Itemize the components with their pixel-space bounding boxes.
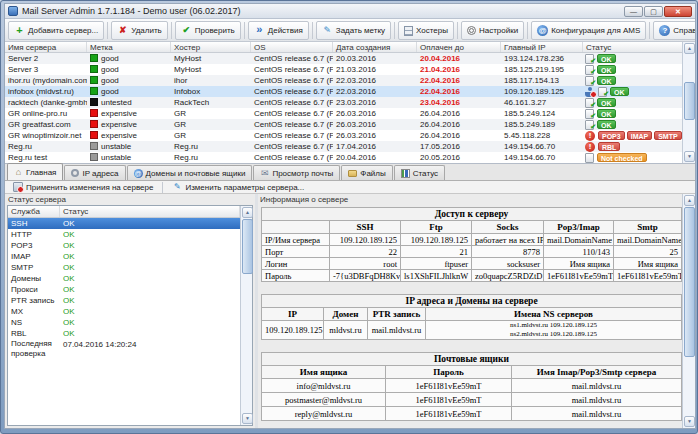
scroll-up-icon[interactable]: ▲ [684,43,695,54]
access-value: 21 [401,246,472,258]
access-table-column-header: Socks [472,221,544,234]
server-row[interactable]: GR winoptimizoir.netexpensiveGRCentOS re… [5,130,695,141]
info-panel-scrollbar[interactable]: ▲ ▼ [682,194,695,428]
service-column-header-1[interactable]: Статус [60,206,240,217]
error-icon [585,142,595,152]
mailboxes-column-header: Имя Imap/Pop3/Smtp сервера [512,366,682,379]
cell-mark: untested [87,97,171,108]
server-row[interactable]: Server 2goodMyHostCentOS release 6.7 (Fi… [5,53,695,64]
service-row[interactable]: SMTPOK [8,262,252,273]
server-row[interactable]: GR greatfast.comexpensiveGRCentOS releas… [5,119,695,130]
status-badge: OK [597,65,616,74]
server-row[interactable]: GR online-pro.ruexpensiveGRCentOS releas… [5,108,695,119]
window-title: Mail Server Admin 1.7.1.184 - Demo user … [22,4,624,18]
service-column-header-0[interactable]: Служба [8,206,60,217]
service-name: HTTP [8,229,60,240]
toolbar-separator [527,22,528,39]
column-header-3[interactable]: OS [251,42,333,52]
scroll-up-icon[interactable]: ▲ [242,207,253,218]
server-row[interactable]: infobox (mldvst.ru)goodInfoboxCentOS rel… [5,86,695,97]
apply-changes-button[interactable]: Применить изменения на сервере [8,181,158,193]
cell-os: CentOS release 6.7 (Final) x6 [251,53,333,64]
service-row[interactable]: PTR записьOK [8,295,252,306]
cell-status: POP3IMAPSMTPDomains [583,130,684,141]
maximize-button[interactable]: ▢ [644,6,663,17]
verify-button-label: Проверить [195,26,235,35]
toolbar-separator [457,22,458,39]
tab-status[interactable]: Статус [394,165,445,180]
scroll-up-icon[interactable]: ▲ [684,195,695,206]
service-row[interactable]: ПроксиOK [8,284,252,295]
cell-main-ip: 46.161.3.27 [501,97,583,108]
tab-main-label: Главная [26,168,56,177]
service-row[interactable]: POP3OK [8,240,252,251]
service-panel-scrollbar[interactable]: ▲ ▼ [240,206,252,425]
delete-button[interactable]: Удалить [111,21,168,40]
column-header-1[interactable]: Метка [87,42,171,52]
checked-icon [585,109,594,119]
access-table-column-header: Pop3/Imap [544,221,614,234]
access-value: работает на всех IP [472,234,544,246]
add-server-button[interactable]: Добавить сервер... [8,21,104,40]
cell-status: OK [583,64,684,75]
tab-mail-view-label: Просмотр почты [272,169,333,178]
status-badge: RBL [598,142,620,151]
edit-server-params-button[interactable]: Изменить параметры сервера... [167,181,309,193]
edit-server-params-button-label: Изменить параметры сервера... [185,183,304,192]
service-name: MX [8,306,60,317]
access-value: 22 [330,246,401,258]
tab-mail-view[interactable]: Просмотр почты [253,165,340,180]
scroll-down-icon[interactable]: ▼ [242,413,253,424]
tab-files[interactable]: Файлы [341,165,392,180]
column-header-4[interactable]: Дата создания [333,42,417,52]
scroll-down-icon[interactable]: ▼ [684,151,695,162]
hosters-button[interactable]: Хостеры [398,21,454,40]
minimize-button[interactable]: — [624,6,643,17]
column-header-5[interactable]: Оплачен до [417,42,501,52]
scrollbar-thumb[interactable] [684,207,695,357]
actionbar-separator [162,182,163,193]
server-table-header: Имя сервераМеткаХостерOSДата созданияОпл… [5,42,695,53]
set-label-button[interactable]: Задать метку [316,21,391,40]
server-row[interactable]: Server 3goodMyHostCentOS release 6.7 (Fi… [5,64,695,75]
server-table-scrollbar[interactable]: ▲ ▼ [682,42,695,163]
verify-button[interactable]: Проверить [175,21,241,40]
column-header-6[interactable]: Главный IP [501,42,583,52]
service-row[interactable]: SSHOK [8,218,252,229]
checked-icon [585,65,594,75]
server-row[interactable]: racktech (danke-gmbh.info)untestedRackTe… [5,97,695,108]
service-row[interactable]: HTTPOK [8,229,252,240]
ams-config-button[interactable]: Конфигурация для AMS [531,21,646,40]
title-bar[interactable]: Mail Server Admin 1.7.1.184 - Demo user … [5,4,695,19]
last-check-row[interactable]: Последняя проверка07.04.2016 14:20:24 [8,339,252,359]
tab-status-label: Статус [413,169,438,178]
actions-button[interactable]: Действия [248,21,309,40]
tab-domains-mailboxes-label: Домены и почтовые ящики [146,169,246,178]
server-row[interactable]: Reg.ruunstableReg.ruCentOS release 6.7 (… [5,141,695,152]
scrollbar-thumb[interactable] [242,219,253,274]
tab-domains-mailboxes[interactable]: Домены и почтовые ящики [127,165,253,180]
access-value: -7{u3DBFqDH8KvI< [330,270,401,282]
column-header-2[interactable]: Хостер [171,42,251,52]
server-row[interactable]: ihor.ru (mydomain.com)goodihorCentOS rel… [5,75,695,86]
help-button-label: Справка [673,26,696,35]
service-row[interactable]: NSOK [8,317,252,328]
service-row[interactable]: IMAPOK [8,251,252,262]
server-row[interactable]: Reg.ru testunstableReg.ruCentOS release … [5,152,695,163]
tab-ip-addresses[interactable]: IP адреса [64,165,125,180]
status-badge: OK [597,109,616,118]
service-row[interactable]: RBLOK [8,328,252,339]
scrollbar-thumb[interactable] [684,82,695,120]
mailbox-row: postmaster@mldvst.ru1eF61I81vEe59mTmail.… [262,393,682,407]
service-row[interactable]: ДоменыOK [8,273,252,284]
cell-os: CentOS release 6.7 (Final) x6 [251,119,333,130]
service-row[interactable]: MXOK [8,306,252,317]
help-button[interactable]: Справка [653,21,696,40]
column-header-0[interactable]: Имя сервера [5,42,87,52]
settings-button[interactable]: Настройки [461,21,524,40]
close-button[interactable]: ✕ [664,6,692,17]
scroll-down-icon[interactable]: ▼ [684,416,695,427]
column-header-7[interactable]: Статус [583,42,684,52]
access-row-label: Пароль [262,270,330,282]
tab-main[interactable]: Главная [7,163,63,180]
